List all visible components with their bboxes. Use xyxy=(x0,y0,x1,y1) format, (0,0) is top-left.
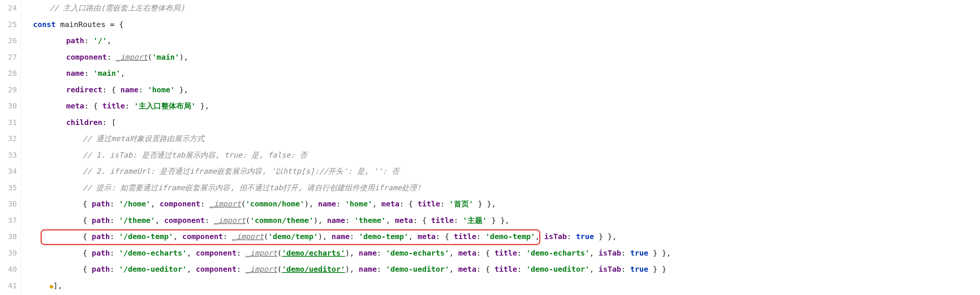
fold-marker[interactable] xyxy=(21,278,31,294)
code-token: : xyxy=(84,69,93,78)
line-number: 26 xyxy=(0,33,17,49)
fold-marker[interactable] xyxy=(21,213,31,229)
fold-marker[interactable] xyxy=(21,65,31,82)
code-line[interactable]: children: [ xyxy=(31,114,980,131)
code-line[interactable]: { path: '/demo-ueditor', component: _imp… xyxy=(31,261,980,278)
code-line[interactable]: const mainRoutes = { xyxy=(31,16,980,33)
code-token: } } xyxy=(648,265,666,274)
code-token: : xyxy=(110,232,119,241)
code-token: : xyxy=(84,36,93,45)
line-number: 38 xyxy=(0,228,17,245)
code-area[interactable]: // 主入口路由(需嵌套上左右整体布局)const mainRoutes = {… xyxy=(31,0,980,295)
line-number: 40 xyxy=(0,261,17,278)
code-token: component xyxy=(196,249,236,257)
code-token: { xyxy=(83,216,92,225)
code-token: : [ xyxy=(102,118,116,127)
code-token: 'demo-echarts' xyxy=(526,249,590,257)
fold-marker[interactable] xyxy=(21,98,31,114)
fold-marker[interactable] xyxy=(21,0,31,16)
code-token: '首页' xyxy=(449,199,474,208)
fold-marker[interactable] xyxy=(21,163,31,180)
code-token: true xyxy=(576,232,594,241)
code-token: ), xyxy=(313,216,327,225)
code-token: component xyxy=(182,232,223,241)
code-token: 'home' xyxy=(148,85,175,94)
code-token: 'demo/ueditor' xyxy=(282,265,345,274)
code-line[interactable]: // 1. isTab: 是否通过tab展示内容, true: 是, false… xyxy=(31,147,980,163)
code-token: , xyxy=(535,232,544,241)
code-line[interactable]: // 通过meta对象设置路由展示方式 xyxy=(31,131,980,147)
code-line[interactable]: component: _import('main'), xyxy=(31,49,980,66)
fold-marker[interactable] xyxy=(21,261,31,278)
code-token: component xyxy=(66,52,107,62)
code-token: name xyxy=(331,232,350,241)
line-number: 30 xyxy=(0,98,17,114)
line-number: 28 xyxy=(0,65,17,82)
fold-marker[interactable] xyxy=(21,114,31,131)
code-token: '/demo-echarts' xyxy=(119,249,187,257)
code-token: 'demo/echarts' xyxy=(282,249,345,257)
fold-marker[interactable] xyxy=(21,245,31,262)
code-token: { xyxy=(83,232,92,241)
code-token: : xyxy=(377,249,386,257)
code-token: ), xyxy=(304,199,318,208)
fold-marker[interactable] xyxy=(21,82,31,98)
fold-marker[interactable] xyxy=(21,49,31,66)
code-token: , xyxy=(449,265,458,274)
code-token: name xyxy=(66,69,84,78)
code-token: path xyxy=(92,199,110,208)
code-token: : { xyxy=(102,85,120,94)
code-line[interactable]: // 主入口路由(需嵌套上左右整体布局) xyxy=(31,0,980,16)
code-token: 'main' xyxy=(93,69,120,78)
code-token: : xyxy=(200,199,209,208)
code-token: title xyxy=(417,199,440,208)
code-token: isTab xyxy=(598,249,621,257)
line-number: 34 xyxy=(0,163,17,180)
code-token: , xyxy=(187,265,196,274)
code-line[interactable]: redirect: { name: 'home' }, xyxy=(31,82,980,98)
line-number: 25 xyxy=(0,16,17,33)
fold-marker[interactable] xyxy=(21,147,31,163)
code-token: : xyxy=(236,265,245,274)
code-token: 'demo-ueditor' xyxy=(386,265,449,274)
code-token: // 2. iframeUrl: 是否通过iframe嵌套展示内容, '以htt… xyxy=(83,167,399,176)
code-line[interactable]: { path: '/demo-echarts', component: _imp… xyxy=(31,245,980,262)
code-token: : xyxy=(125,102,134,110)
code-line[interactable]: name: 'main', xyxy=(31,65,980,82)
code-token: { xyxy=(83,199,92,208)
code-token: , xyxy=(155,216,164,225)
code-token: , xyxy=(121,69,125,78)
code-token: { xyxy=(83,249,92,257)
fold-column[interactable] xyxy=(21,0,31,295)
code-token: : xyxy=(454,216,463,225)
fold-marker[interactable] xyxy=(21,196,31,213)
fold-marker[interactable] xyxy=(21,228,31,245)
code-line[interactable]: { path: '/theme', component: _import('co… xyxy=(31,213,980,229)
code-token: : xyxy=(205,216,214,225)
code-line[interactable]: // 2. iframeUrl: 是否通过iframe嵌套展示内容, '以htt… xyxy=(31,163,980,180)
fold-marker[interactable] xyxy=(21,33,31,49)
code-line[interactable]: { path: '/home', component: _import('com… xyxy=(31,196,980,213)
code-token: // 提示: 如需要通过iframe嵌套展示内容, 但不通过tab打开, 请自行… xyxy=(83,183,421,192)
fold-marker[interactable] xyxy=(21,16,31,33)
code-token: ( xyxy=(277,265,282,274)
code-editor[interactable]: 242526272829303132333435363738394041 // … xyxy=(0,0,980,295)
fold-marker[interactable] xyxy=(21,180,31,196)
code-token: : xyxy=(110,265,119,274)
code-token: 'common/theme' xyxy=(250,216,314,225)
code-line[interactable]: path: '/', xyxy=(31,33,980,49)
code-token: meta xyxy=(458,265,476,274)
code-line[interactable]: meta: { title: '主入口整体布局' }, xyxy=(31,98,980,114)
code-token: : xyxy=(223,232,232,241)
code-line[interactable]: // 提示: 如需要通过iframe嵌套展示内容, 但不通过tab打开, 请自行… xyxy=(31,180,980,196)
code-token: meta xyxy=(66,102,84,110)
fold-marker[interactable] xyxy=(21,131,31,147)
code-token: '主题' xyxy=(463,216,487,225)
code-token: ( xyxy=(277,249,282,257)
code-token: children xyxy=(66,118,102,127)
code-line[interactable]: ●], xyxy=(31,278,980,294)
code-token: meta xyxy=(458,249,476,257)
code-line[interactable]: { path: '/demo-temp', component: _import… xyxy=(31,228,980,245)
code-token: meta xyxy=(382,199,399,208)
code-token: : { xyxy=(399,199,417,208)
